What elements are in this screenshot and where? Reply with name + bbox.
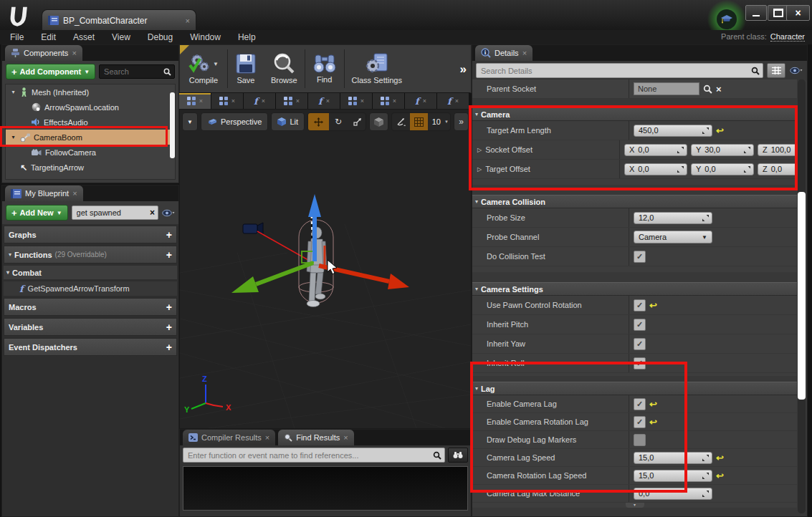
menu-asset[interactable]: Asset	[73, 32, 95, 42]
property-checkbox[interactable]	[634, 434, 646, 446]
add-icon[interactable]: +	[166, 229, 172, 241]
add-new-button[interactable]: + Add New ▼	[6, 205, 68, 221]
graph-tab-8[interactable]: f×	[437, 93, 469, 109]
component-item-cameraboom[interactable]: ▾CameraBoom	[6, 130, 175, 145]
close-icon[interactable]: ×	[326, 97, 330, 105]
section-variables[interactable]: Variables+	[4, 318, 177, 336]
close-icon[interactable]: ×	[72, 189, 77, 198]
spinbox-drag-icon[interactable]	[744, 166, 750, 173]
collapsed-arrow-icon[interactable]: ▷	[477, 147, 482, 153]
property-checkbox[interactable]: ✓	[634, 251, 646, 263]
spinbox-drag-icon[interactable]	[702, 455, 709, 461]
add-icon[interactable]: +	[166, 249, 172, 261]
spinbox-drag-icon[interactable]	[677, 147, 684, 153]
reset-to-default-icon[interactable]: ↩	[716, 471, 724, 480]
viewport[interactable]: Z Y X ▼ Perspective Lit ↻	[179, 109, 472, 429]
graph-tab-7[interactable]: f×	[405, 93, 437, 109]
close-icon[interactable]: ×	[393, 97, 396, 105]
details-search-input[interactable]	[479, 66, 749, 76]
reset-to-default-icon[interactable]: ↩	[716, 453, 724, 463]
graph-tab-4[interactable]: f×	[308, 93, 340, 109]
components-search-input[interactable]	[102, 67, 163, 77]
function-item-getspawnedarrowtransform[interactable]: fGetSpawnedArrowTransform	[4, 281, 177, 296]
menu-file[interactable]: File	[10, 32, 24, 42]
add-icon[interactable]: +	[166, 342, 172, 353]
property-dropdown[interactable]: Camera▼	[634, 231, 712, 243]
component-item-arrowspawnlocation[interactable]: ArrowSpawnLocation	[6, 100, 175, 115]
property-value-spinbox[interactable]: 15,0	[634, 470, 712, 482]
reset-to-default-icon[interactable]: ↩	[716, 126, 724, 135]
components-search[interactable]	[99, 64, 175, 79]
close-icon[interactable]: ×	[262, 97, 265, 105]
property-value-spinbox[interactable]: Z0,0	[758, 163, 797, 175]
chevron-down-icon[interactable]: ▼	[213, 61, 219, 67]
menu-view[interactable]: View	[112, 32, 130, 42]
property-checkbox[interactable]: ✓	[634, 416, 646, 428]
my-blueprint-search[interactable]: ×	[72, 206, 158, 220]
surface-snapping-button[interactable]	[369, 112, 388, 131]
tab-components[interactable]: Components ×	[5, 45, 82, 61]
reset-to-default-icon[interactable]: ↩	[649, 301, 657, 310]
minimize-button[interactable]	[745, 5, 767, 21]
property-checkbox[interactable]: ✓	[634, 299, 646, 311]
spinbox-drag-icon[interactable]	[744, 147, 750, 153]
advanced-expander[interactable]: ▾	[472, 503, 797, 508]
add-icon[interactable]: +	[166, 322, 172, 333]
component-item-followcamera[interactable]: FollowCamera	[6, 145, 175, 160]
reset-to-default-icon[interactable]: ↩	[649, 417, 657, 427]
property-value-spinbox[interactable]: Z100,0	[758, 144, 797, 156]
section-macros[interactable]: Macros+	[4, 298, 177, 316]
close-icon[interactable]: ×	[360, 97, 364, 105]
scale-tool-button[interactable]	[348, 113, 366, 130]
property-checkbox[interactable]: ✓	[634, 357, 646, 369]
close-icon[interactable]: ×	[186, 16, 190, 25]
spinbox-drag-icon[interactable]	[702, 491, 709, 497]
tab-details[interactable]: i Details ×	[475, 45, 532, 61]
section-header-camera-settings[interactable]: ▾Camera Settings	[472, 282, 797, 296]
translate-tool-button[interactable]	[308, 113, 329, 130]
eye-filter-icon[interactable]	[162, 209, 175, 217]
lit-mode-button[interactable]: Lit	[271, 112, 305, 131]
menu-help[interactable]: Help	[238, 32, 256, 42]
property-value-spinbox[interactable]: 12,0	[634, 212, 712, 224]
viewport-options-button[interactable]: ▼	[182, 112, 198, 131]
close-icon[interactable]: ×	[343, 433, 348, 442]
graph-tab-0[interactable]: ×	[179, 93, 211, 109]
my-blueprint-search-input[interactable]	[75, 208, 148, 218]
find-references-search[interactable]	[183, 448, 445, 463]
component-item-targetingarrow[interactable]: ↖TargetingArrow	[6, 160, 175, 175]
tab-find-results[interactable]: Find Results×	[278, 430, 354, 445]
graph-tab-5[interactable]: ×	[340, 93, 373, 109]
property-value-spinbox[interactable]: 450,0	[634, 125, 712, 137]
clear-search-icon[interactable]: ×	[150, 208, 155, 218]
subsection-combat[interactable]: ▾Combat	[4, 266, 177, 279]
close-icon[interactable]: ×	[423, 97, 426, 105]
graph-tab-6[interactable]: ×	[373, 93, 405, 109]
details-scrollbar-thumb[interactable]	[798, 192, 806, 400]
property-value-spinbox[interactable]: Y0,0	[691, 163, 754, 175]
section-graphs[interactable]: Graphs+	[4, 226, 177, 243]
graph-tab-2[interactable]: f×	[244, 93, 276, 109]
collapsed-arrow-icon[interactable]: ▷	[477, 166, 482, 173]
close-icon[interactable]: ×	[199, 97, 203, 105]
parent-class-link[interactable]: Character	[770, 32, 805, 42]
find-button[interactable]: Find	[305, 45, 344, 92]
section-event-dispatchers[interactable]: Event Dispatchers+	[4, 338, 177, 356]
toolbar-overflow-chevron[interactable]: »	[460, 62, 467, 77]
section-header-lag[interactable]: ▾Lag	[472, 382, 797, 395]
parent-socket-value[interactable]: None	[634, 82, 699, 95]
close-window-button[interactable]: ×	[786, 5, 810, 21]
component-item-effectsaudio[interactable]: EffectsAudio	[6, 115, 175, 130]
menu-debug[interactable]: Debug	[148, 32, 173, 42]
property-value-spinbox[interactable]: X0,0	[624, 144, 687, 156]
spinbox-drag-icon[interactable]	[702, 127, 709, 134]
property-checkbox[interactable]: ✓	[634, 319, 646, 331]
add-icon[interactable]: +	[166, 301, 172, 313]
reset-to-default-icon[interactable]: ↩	[649, 400, 657, 409]
rotate-tool-button[interactable]: ↻	[329, 113, 348, 130]
property-value-spinbox[interactable]: 15,0	[634, 452, 712, 464]
close-icon[interactable]: ×	[231, 97, 235, 105]
components-scrollbar[interactable]	[170, 92, 175, 158]
menu-window[interactable]: Window	[190, 32, 221, 42]
find-in-blueprints-button[interactable]	[448, 448, 468, 463]
